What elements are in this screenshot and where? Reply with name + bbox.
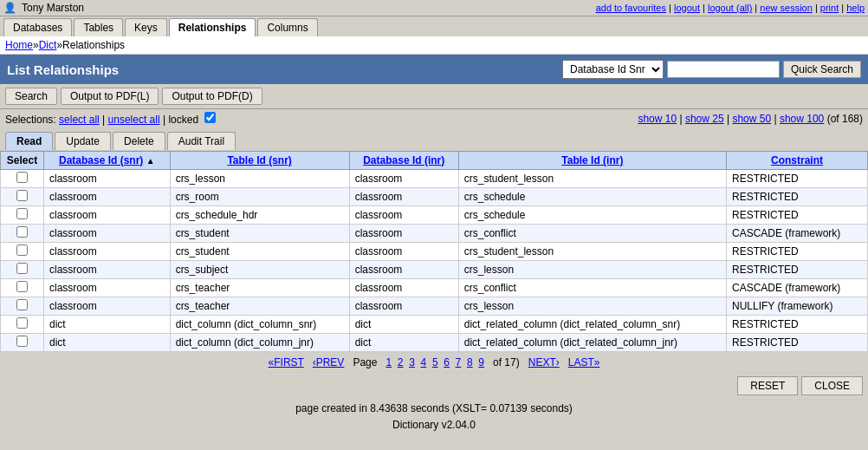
tab-relationships[interactable]: Relationships bbox=[169, 18, 256, 36]
table-row: classroom crs_lesson classroom crs_stude… bbox=[1, 170, 868, 188]
table-row: classroom crs_teacher classroom crs_less… bbox=[1, 297, 868, 316]
row-checkbox[interactable] bbox=[16, 208, 28, 219]
show-25-link[interactable]: show 25 bbox=[685, 113, 724, 125]
row-checkbox-cell bbox=[1, 261, 44, 279]
row-table-id-snr: dict_column (dict_column_jnr) bbox=[170, 334, 349, 352]
crud-tab-read[interactable]: Read bbox=[5, 132, 53, 150]
bottom-buttons: RESET CLOSE bbox=[0, 372, 868, 399]
row-constraint: RESTRICTED bbox=[726, 261, 867, 279]
sort-db-id-snr[interactable]: Database Id (snr) bbox=[59, 154, 143, 166]
help-link[interactable]: help bbox=[846, 3, 865, 13]
new-session-link[interactable]: new session bbox=[760, 3, 813, 13]
row-db-id-inr: classroom bbox=[349, 170, 458, 188]
tab-databases[interactable]: Databases bbox=[3, 18, 72, 36]
pagination: «FIRST ‹PREV Page 1 2 3 4 5 6 7 8 9 of 1… bbox=[0, 352, 868, 372]
quick-search-button[interactable]: Quick Search bbox=[783, 61, 861, 78]
list-header-right: Database Id Snr Quick Search bbox=[562, 60, 861, 79]
row-db-id-snr: classroom bbox=[44, 279, 171, 297]
page-7-link[interactable]: 7 bbox=[456, 356, 462, 368]
row-checkbox[interactable] bbox=[16, 226, 28, 238]
select-all-link[interactable]: select all bbox=[59, 114, 100, 126]
crud-tab-update[interactable]: Update bbox=[55, 132, 111, 150]
row-db-id-snr: classroom bbox=[44, 261, 171, 279]
last-page-link[interactable]: LAST» bbox=[568, 356, 600, 368]
table-row: classroom crs_schedule_hdr classroom crs… bbox=[1, 206, 868, 225]
col-header-table-id-snr[interactable]: Table Id (snr) bbox=[170, 152, 349, 170]
col-header-db-id-snr[interactable]: Database Id (snr) ▲ bbox=[44, 152, 171, 170]
prev-page-link[interactable]: ‹PREV bbox=[313, 356, 345, 368]
row-table-id-snr: crs_subject bbox=[170, 261, 349, 279]
database-select[interactable]: Database Id Snr bbox=[562, 60, 664, 79]
row-table-id-snr: crs_student bbox=[170, 243, 349, 261]
row-checkbox[interactable] bbox=[16, 190, 28, 201]
crud-tab-audit-trail[interactable]: Audit Trail bbox=[167, 132, 236, 150]
sort-db-id-inr[interactable]: Database Id (inr) bbox=[363, 154, 444, 166]
row-table-id-inr: crs_student_lesson bbox=[458, 243, 726, 261]
output-pdf-l-button[interactable]: Output to PDF(L) bbox=[61, 88, 159, 105]
row-constraint: RESTRICTED bbox=[726, 170, 867, 188]
row-db-id-snr: classroom bbox=[44, 170, 171, 188]
col-header-constraint[interactable]: Constraint bbox=[726, 152, 867, 170]
row-checkbox[interactable] bbox=[16, 299, 28, 310]
username: Tony Marston bbox=[22, 2, 84, 14]
breadcrumb-dict[interactable]: Dict bbox=[39, 39, 57, 51]
row-db-id-inr: classroom bbox=[349, 297, 458, 316]
sort-constraint[interactable]: Constraint bbox=[771, 154, 823, 166]
col-header-db-id-inr[interactable]: Database Id (inr) bbox=[349, 152, 458, 170]
row-checkbox[interactable] bbox=[16, 172, 28, 183]
col-header-select: Select bbox=[1, 152, 44, 170]
row-table-id-inr: crs_conflict bbox=[458, 225, 726, 243]
col-header-table-id-inr[interactable]: Table Id (inr) bbox=[458, 152, 726, 170]
locked-checkbox[interactable] bbox=[204, 112, 216, 123]
breadcrumb: Home»Dict»Relationships bbox=[0, 36, 868, 55]
crud-tab-delete[interactable]: Delete bbox=[113, 132, 165, 150]
show-100-link[interactable]: show 100 bbox=[780, 113, 824, 125]
table-row: classroom crs_student classroom crs_stud… bbox=[1, 243, 868, 261]
close-button[interactable]: CLOSE bbox=[801, 376, 863, 395]
page-1-link[interactable]: 1 bbox=[385, 356, 392, 368]
first-page-link[interactable]: «FIRST bbox=[269, 356, 304, 368]
unselect-all-link[interactable]: unselect all bbox=[108, 114, 160, 126]
add-to-favourites-link[interactable]: add to favourites bbox=[596, 3, 666, 13]
show-50-link[interactable]: show 50 bbox=[732, 113, 771, 125]
search-input[interactable] bbox=[667, 61, 780, 78]
next-page-link[interactable]: NEXT› bbox=[528, 356, 560, 368]
row-checkbox[interactable] bbox=[16, 245, 28, 256]
page-8-link[interactable]: 8 bbox=[467, 356, 473, 368]
tab-tables[interactable]: Tables bbox=[74, 18, 123, 36]
footer-timing: page created in 8.43638 seconds (XSLT= 0… bbox=[295, 402, 573, 414]
row-checkbox-cell bbox=[1, 243, 44, 261]
tab-keys[interactable]: Keys bbox=[125, 18, 167, 36]
page-label: Page bbox=[353, 356, 377, 368]
page-title: List Relationships bbox=[7, 62, 119, 77]
row-table-id-snr: dict_column (dict_column_snr) bbox=[170, 316, 349, 334]
selections-left: Selections: select all | unselect all | … bbox=[5, 112, 216, 126]
sort-table-id-inr[interactable]: Table Id (inr) bbox=[561, 154, 623, 166]
page-4-link[interactable]: 4 bbox=[421, 356, 427, 368]
page-5-link[interactable]: 5 bbox=[432, 356, 438, 368]
row-checkbox[interactable] bbox=[16, 281, 28, 292]
row-table-id-snr: crs_schedule_hdr bbox=[170, 206, 349, 225]
page-2-link[interactable]: 2 bbox=[398, 356, 404, 368]
row-checkbox-cell bbox=[1, 316, 44, 334]
search-button[interactable]: Search bbox=[5, 88, 57, 105]
print-link[interactable]: print bbox=[820, 3, 839, 13]
page-3-link[interactable]: 3 bbox=[409, 356, 415, 368]
breadcrumb-home[interactable]: Home bbox=[5, 39, 33, 51]
row-checkbox[interactable] bbox=[16, 336, 28, 347]
reset-button[interactable]: RESET bbox=[737, 376, 798, 395]
show-10-link[interactable]: show 10 bbox=[638, 113, 677, 125]
sort-table-id-snr[interactable]: Table Id (snr) bbox=[227, 154, 291, 166]
selections-bar: Selections: select all | unselect all | … bbox=[0, 109, 868, 129]
footer-version: Dictionary v2.04.0 bbox=[392, 419, 476, 431]
logout-link[interactable]: logout bbox=[674, 3, 700, 13]
row-table-id-snr: crs_student bbox=[170, 225, 349, 243]
action-bar: Search Output to PDF(L) Output to PDF(D) bbox=[0, 84, 868, 109]
page-6-link[interactable]: 6 bbox=[444, 356, 450, 368]
logout-all-link[interactable]: logout (all) bbox=[708, 3, 752, 13]
page-9-link[interactable]: 9 bbox=[478, 356, 484, 368]
tab-columns[interactable]: Columns bbox=[257, 18, 317, 36]
row-checkbox[interactable] bbox=[16, 263, 28, 274]
output-pdf-d-button[interactable]: Output to PDF(D) bbox=[162, 88, 262, 105]
row-checkbox[interactable] bbox=[16, 317, 28, 329]
